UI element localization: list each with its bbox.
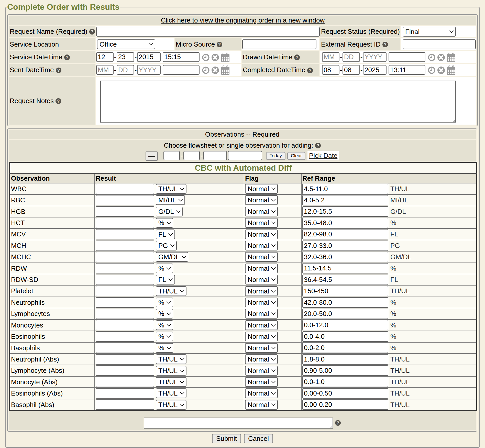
svg-text:?: ?: [336, 420, 339, 425]
svg-text:?: ?: [296, 55, 299, 60]
svg-text:?: ?: [384, 42, 387, 47]
svg-text:?: ?: [316, 143, 319, 148]
svg-text:?: ?: [309, 68, 312, 73]
svg-text:?: ?: [66, 55, 69, 60]
svg-text:?: ?: [57, 99, 60, 104]
svg-text:?: ?: [57, 68, 60, 73]
svg-text:?: ?: [218, 42, 221, 47]
svg-text:?: ?: [91, 29, 93, 34]
